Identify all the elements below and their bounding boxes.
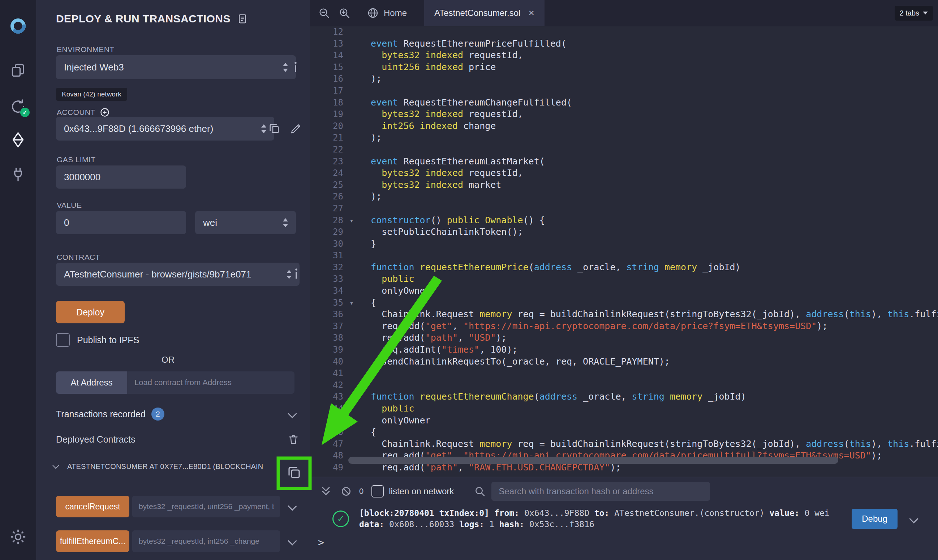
code-line: 29 setPublicChainlinkToken(); bbox=[310, 226, 938, 238]
environment-select[interactable]: Injected Web3 bbox=[56, 55, 296, 79]
tab-file-active[interactable]: ATestnetConsumer.sol × bbox=[424, 0, 544, 26]
log-line-2: data: 0x608...60033 logs: 1 hash: 0x53c.… bbox=[359, 519, 830, 530]
settings-button[interactable] bbox=[9, 528, 27, 546]
tab-home[interactable]: Home bbox=[361, 0, 414, 26]
select-stepper-icon bbox=[283, 218, 288, 227]
code-line: 42 bbox=[310, 379, 938, 391]
code-line: 35▾ { bbox=[310, 297, 938, 309]
cancel-request-expand-icon[interactable] bbox=[288, 502, 297, 511]
tabs-dropdown[interactable]: 2 tabs bbox=[895, 6, 933, 21]
edit-account-icon[interactable] bbox=[288, 121, 303, 136]
deployed-contracts-label: Deployed Contracts bbox=[56, 434, 135, 445]
files-icon bbox=[10, 63, 26, 78]
tx-success-icon: ✓ bbox=[332, 511, 349, 527]
value-input[interactable] bbox=[56, 211, 186, 234]
add-account-icon[interactable] bbox=[100, 107, 110, 117]
code-line: 40 sendChainlinkRequestTo(_oracle, req, … bbox=[310, 356, 938, 368]
environment-label: ENVIRONMENT bbox=[57, 45, 115, 54]
select-stepper-icon bbox=[261, 124, 266, 133]
search-icon bbox=[474, 486, 486, 497]
sidebar-item-file-explorer[interactable] bbox=[9, 62, 27, 79]
contract-label: CONTRACT bbox=[57, 253, 100, 262]
code-line: 18 event RequestEthereumChangeFulfilled( bbox=[310, 97, 938, 109]
zoom-in-icon[interactable] bbox=[338, 7, 351, 19]
at-address-input[interactable] bbox=[127, 371, 294, 394]
deployed-contract-item: ATESTNETCONSUMER AT 0X7E7...E80D1 (BLOCK… bbox=[67, 462, 269, 471]
gas-limit-label: GAS LIMIT bbox=[57, 155, 95, 164]
code-line: 30 } bbox=[310, 238, 938, 250]
terminal-search-input[interactable] bbox=[491, 482, 710, 501]
code-line: 31 bbox=[310, 250, 938, 262]
contract-value: ATestnetConsumer - browser/gists/9b71e07… bbox=[64, 269, 282, 280]
horizontal-scrollbar[interactable] bbox=[348, 457, 838, 464]
delete-deployed-contracts-icon[interactable] bbox=[286, 432, 301, 446]
gas-limit-input[interactable] bbox=[56, 165, 186, 189]
remix-ide-window: ✓ bbox=[0, 0, 938, 560]
close-tab-icon[interactable]: × bbox=[528, 8, 534, 18]
transactions-count-badge: 2 bbox=[151, 408, 165, 420]
code-line: 12 bbox=[310, 26, 938, 38]
code-line: 38 req.add("path", "USD"); bbox=[310, 332, 938, 344]
account-label-text: ACCOUNT bbox=[57, 108, 95, 117]
sidebar-item-deploy-run[interactable] bbox=[9, 131, 27, 148]
environment-info-icon[interactable] bbox=[289, 61, 302, 74]
code-line: 45 onlyOwner bbox=[310, 415, 938, 427]
account-label: ACCOUNT bbox=[57, 107, 110, 117]
at-address-button[interactable]: At Address bbox=[56, 371, 127, 394]
code-line: 14 bytes32 indexed requestId, bbox=[310, 49, 938, 62]
code-line: 15 uint256 indexed price bbox=[310, 62, 938, 73]
deploy-run-panel: DEPLOY & RUN TRANSACTIONS ENVIRONMENT In… bbox=[36, 0, 311, 560]
tx-log-text: [block:20780401 txIndex:0] from: 0x643..… bbox=[359, 508, 830, 530]
terminal-toolbar: 0 listen on network bbox=[310, 477, 938, 505]
zoom-out-icon[interactable] bbox=[318, 7, 330, 19]
deployed-contract-expand-icon[interactable] bbox=[52, 462, 59, 469]
code-line: 26 ); bbox=[310, 191, 938, 203]
or-divider: OR bbox=[56, 355, 280, 365]
terminal-expand-icon[interactable] bbox=[320, 485, 332, 498]
contract-info-icon[interactable] bbox=[290, 267, 303, 280]
value-unit: wei bbox=[203, 217, 278, 228]
log-expand-icon[interactable] bbox=[909, 514, 918, 523]
cancel-request-button[interactable]: cancelRequest bbox=[56, 496, 129, 517]
code-line: 27 bbox=[310, 203, 938, 215]
code-line: 25 bytes32 indexed market bbox=[310, 179, 938, 191]
code-line: 46 { bbox=[310, 426, 938, 438]
sidebar-item-plugin-manager[interactable] bbox=[9, 166, 27, 183]
chevron-down-icon bbox=[923, 12, 928, 14]
page-title: DEPLOY & RUN TRANSACTIONS bbox=[56, 13, 248, 25]
globe-icon bbox=[367, 7, 379, 19]
fulfill-ethereum-button[interactable]: fulfillEthereumC... bbox=[56, 530, 129, 552]
terminal-panel: 0 listen on network ✓ [block:20780401 tx… bbox=[310, 477, 938, 560]
code-editor: Home ATestnetConsumer.sol × 2 tabs 1213 … bbox=[310, 0, 938, 477]
gear-icon bbox=[10, 529, 26, 545]
terminal-prompt: > bbox=[310, 537, 938, 548]
code-line: 37 req.add("get", "https://min-api.crypt… bbox=[310, 320, 938, 332]
document-icon bbox=[237, 13, 248, 25]
clear-console-icon[interactable] bbox=[340, 486, 352, 497]
publish-ipfs-checkbox[interactable] bbox=[56, 333, 70, 347]
copy-contract-address-icon[interactable] bbox=[285, 463, 303, 482]
transactions-recorded-row: Transactions recorded 2 bbox=[56, 408, 165, 420]
value-unit-select[interactable]: wei bbox=[195, 211, 296, 234]
deploy-button[interactable]: Deploy bbox=[56, 301, 125, 323]
fulfill-ethereum-params-input[interactable] bbox=[132, 530, 280, 552]
icon-sidebar: ✓ bbox=[0, 0, 37, 560]
value-label: VALUE bbox=[57, 201, 81, 209]
listen-network-label: listen on network bbox=[389, 486, 454, 496]
transactions-recorded-label: Transactions recorded bbox=[56, 409, 146, 420]
copy-account-icon[interactable] bbox=[267, 121, 282, 136]
fulfill-ethereum-expand-icon[interactable] bbox=[288, 536, 297, 545]
code-line: 34 onlyOwner bbox=[310, 285, 938, 297]
code-lines: 1213 event RequestEthereumPriceFulfilled… bbox=[310, 26, 938, 474]
code-area[interactable]: 1213 event RequestEthereumPriceFulfilled… bbox=[310, 26, 938, 477]
code-line: 13 event RequestEthereumPriceFulfilled( bbox=[310, 38, 938, 50]
debug-button[interactable]: Debug bbox=[852, 509, 898, 529]
code-line: 43 function requestEthereumChange(addres… bbox=[310, 391, 938, 403]
account-select[interactable]: 0x643...9F88D (1.666673996 ether) bbox=[56, 117, 274, 140]
cancel-request-params-input[interactable] bbox=[132, 496, 280, 517]
contract-select[interactable]: ATestnetConsumer - browser/gists/9b71e07… bbox=[56, 263, 300, 286]
code-line: 17 bbox=[310, 85, 938, 97]
listen-network-checkbox[interactable] bbox=[371, 485, 384, 497]
transactions-collapse-icon[interactable] bbox=[288, 409, 297, 418]
tab-file-label: ATestnetConsumer.sol bbox=[434, 8, 520, 18]
